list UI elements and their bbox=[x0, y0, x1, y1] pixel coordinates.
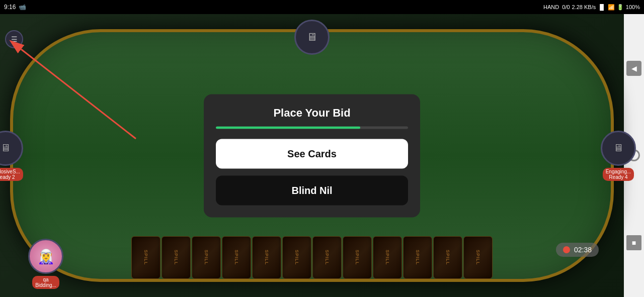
avatar-right: 🖥 bbox=[601, 131, 636, 166]
player-left-name-badge: ExplosiveS... Ready 2 bbox=[0, 168, 23, 181]
player-bottom-left: 🧝‍♀️ qa Bidding... bbox=[28, 239, 63, 289]
avatar-left: 🖥 bbox=[0, 131, 23, 166]
signal-icon: ▐▌ bbox=[598, 4, 606, 10]
card-8[interactable]: SPILL bbox=[343, 236, 372, 279]
player-right-badge: Ready 4 bbox=[606, 174, 631, 180]
bid-progress-bar bbox=[216, 126, 408, 129]
card-3[interactable]: SPILL bbox=[192, 236, 221, 279]
bid-modal: Place Your Bid See Cards Blind Nil bbox=[204, 94, 420, 217]
monitor-icon-right: 🖥 bbox=[613, 142, 623, 154]
player-right-name-badge: Engaging... Ready 4 bbox=[603, 168, 634, 181]
card-5[interactable]: SPILL bbox=[252, 236, 281, 279]
card-11[interactable]: SPILL bbox=[433, 236, 462, 279]
card-7[interactable]: SPILL bbox=[312, 236, 342, 279]
card-10[interactable]: SPILL bbox=[403, 236, 432, 279]
status-right: HAND 0/0 2.28 KB/s ▐▌ 📶 🔋 100% bbox=[543, 4, 640, 11]
timer-display: 02:38 bbox=[574, 246, 592, 254]
card-1[interactable]: SPILL bbox=[131, 236, 160, 279]
player-bottom-name: qa bbox=[35, 277, 56, 282]
card-9[interactable]: SPILL bbox=[373, 236, 402, 279]
see-cards-button[interactable]: See Cards bbox=[216, 139, 408, 168]
time-display: 9:16 bbox=[4, 4, 16, 11]
wifi-icon: 📶 bbox=[608, 4, 615, 11]
player-bottom-status: Bidding... bbox=[35, 282, 56, 288]
recording-timer: 02:38 bbox=[556, 243, 599, 257]
speed-indicator: 2.28 KB/s bbox=[572, 4, 596, 10]
hand-indicator: HAND 0/0 bbox=[543, 4, 570, 10]
status-bar: 9:16 📹 HAND 0/0 2.28 KB/s ▐▌ 📶 🔋 100% bbox=[0, 0, 644, 14]
player-right-name: Engaging... bbox=[606, 169, 631, 174]
monitor-icon-left: 🖥 bbox=[1, 142, 11, 154]
sidebar-back-button[interactable]: ◀ bbox=[626, 61, 641, 76]
player-left: 🖥 ExplosiveS... Ready 2 bbox=[0, 131, 23, 181]
menu-icon: ☰ bbox=[11, 35, 18, 43]
blind-nil-button[interactable]: Blind Nil bbox=[216, 175, 408, 205]
player-left-name: ExplosiveS... bbox=[0, 169, 20, 174]
player-bottom-left-badge: qa Bidding... bbox=[32, 276, 59, 289]
camera-icon: 📹 bbox=[19, 4, 26, 11]
status-left: 9:16 📹 bbox=[4, 4, 26, 11]
bid-progress-fill bbox=[216, 126, 360, 129]
menu-button[interactable]: ☰ bbox=[5, 30, 23, 48]
avatar-top-center: 🖥 bbox=[294, 20, 330, 55]
record-dot bbox=[563, 246, 570, 253]
sidebar-square-button[interactable]: ■ bbox=[626, 235, 641, 250]
battery-percent: 100% bbox=[626, 4, 640, 10]
player-right: 🖥 Engaging... Ready 4 bbox=[601, 131, 636, 181]
game-area: ☰ 🖥 🖥 ExplosiveS... Ready 2 bbox=[0, 14, 624, 297]
monitor-icon-top: 🖥 bbox=[306, 31, 317, 44]
player-left-badge: Ready 2 bbox=[0, 174, 20, 180]
cards-row: SPILL SPILL SPILL SPILL SPILL SPILL SPIL… bbox=[131, 236, 493, 279]
poker-table: 🖥 🖥 ExplosiveS... Ready 2 🖥 Engaging... … bbox=[10, 29, 614, 282]
avatar-bottom-left: 🧝‍♀️ bbox=[28, 239, 63, 274]
card-2[interactable]: SPILL bbox=[162, 236, 191, 279]
card-4[interactable]: SPILL bbox=[222, 236, 251, 279]
card-12[interactable]: SPILL bbox=[463, 236, 493, 279]
card-6[interactable]: SPILL bbox=[282, 236, 311, 279]
bid-modal-title: Place Your Bid bbox=[216, 106, 408, 119]
battery-icon: 🔋 bbox=[617, 4, 624, 11]
